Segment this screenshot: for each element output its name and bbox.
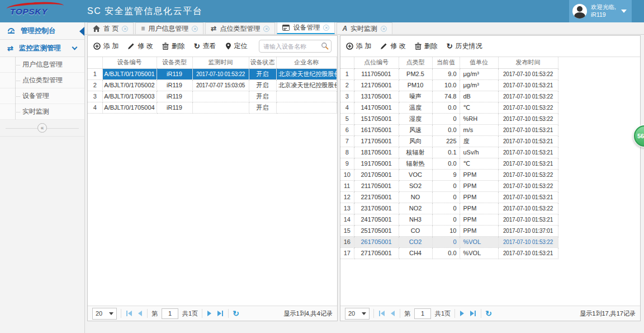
page-total: 共1页: [182, 309, 198, 318]
table-row[interactable]: 1111705001PM2.59.0μg/m³2017-07-10 01:53:…: [340, 68, 558, 79]
table-row[interactable]: 14241705001NH30PPM2017-07-10 01:53:21: [340, 214, 558, 225]
tab-label: 用户信息管理: [148, 24, 188, 34]
column-header[interactable]: 监测时间: [192, 57, 249, 68]
last-page-button[interactable]: [469, 311, 477, 316]
table-row[interactable]: 17271705001CH40.0%VOL2017-07-10 01:53:21: [340, 247, 558, 259]
page-title: SC 安全监管信息化云平台: [87, 6, 202, 17]
column-header[interactable]: [340, 57, 354, 68]
column-header[interactable]: [88, 57, 102, 68]
delete-button[interactable]: 删除: [162, 41, 185, 51]
edit-button[interactable]: 修 改: [127, 41, 153, 51]
cell: 2017-07-10 01:53:21: [498, 79, 558, 91]
cell: 风向: [399, 135, 432, 147]
close-icon[interactable]: ✕: [381, 26, 387, 32]
table-row[interactable]: 11211705001SO20PPM2017-07-10 01:53:22: [340, 180, 558, 191]
sidebar-item-console[interactable]: 管理控制台: [0, 22, 84, 40]
pencil-icon: [127, 43, 135, 50]
table-row[interactable]: 13231705001NO20PPM2017-07-10 01:53:22: [340, 203, 558, 214]
column-header[interactable]: 发布时间: [498, 57, 558, 68]
edit-button[interactable]: 修 改: [380, 41, 405, 51]
caret-down-icon: [621, 10, 627, 13]
sidebar-item-monitor-management[interactable]: ⇄ 监控监测管理: [0, 40, 84, 57]
sidebar-item-user-info[interactable]: 用户信息管理: [0, 57, 84, 73]
tab-home[interactable]: 首 页 ✕: [87, 22, 134, 34]
table-row[interactable]: 16261705001CO20%VOL2017-07-10 01:53:22: [340, 236, 558, 247]
prev-page-button[interactable]: [137, 311, 143, 316]
tab-realtime-monitor[interactable]: A 实时监测 ✕: [337, 22, 392, 34]
tab-point-type[interactable]: ⇄ 点位类型管理 ✕: [205, 22, 275, 34]
table-row[interactable]: 1A/BJLT/0/1705001iR1192017-07-10 01:53:2…: [88, 68, 337, 79]
collapse-icon[interactable]: «: [37, 123, 47, 133]
table-row[interactable]: 7171705001风向225度2017-07-10 01:53:21: [340, 135, 558, 147]
sidebar-item-label: 用户信息管理: [22, 60, 63, 69]
cell: 北京凌天世纪控股股份有限: [276, 79, 337, 91]
column-header[interactable]: 设备编号: [102, 57, 157, 68]
first-page-button[interactable]: [125, 311, 133, 316]
tab-user-info[interactable]: ≡ 用户信息管理 ✕: [135, 22, 203, 34]
view-button[interactable]: ↻ 查看: [194, 41, 216, 51]
device-panel: 添 加 修 改 删除 ↻ 查看: [87, 35, 338, 321]
reload-icon[interactable]: ↻: [485, 309, 492, 317]
page-size-select[interactable]: 20: [345, 308, 370, 320]
column-header[interactable]: 当前值: [432, 57, 460, 68]
table-row[interactable]: 12221705001NO0PPM2017-07-10 01:53:21: [340, 191, 558, 203]
table-row[interactable]: 15251705001CO10PPM2017-07-10 01:37:01: [340, 225, 558, 236]
cell: NO2: [399, 203, 432, 214]
last-page-button[interactable]: [216, 311, 224, 316]
cell: 161705001: [354, 124, 399, 135]
delete-button[interactable]: 删除: [415, 41, 438, 51]
table-row[interactable]: 4141705001温度0.0℃2017-07-10 01:53:22: [340, 102, 558, 113]
search-icon[interactable]: [321, 42, 329, 50]
tab-device-management[interactable]: 设备管理 ✕: [277, 22, 335, 34]
sidebar-item-label: 点位类型管理: [22, 76, 63, 85]
table-row[interactable]: 2A/BJLT/0/1705002iR1192017-07-07 15:03:0…: [88, 79, 337, 91]
next-page-button[interactable]: [459, 311, 465, 316]
column-header[interactable]: 设备状态: [249, 57, 276, 68]
cell: 9: [432, 169, 460, 180]
table-row[interactable]: 8181705001核辐射0.1uSv/h2017-07-10 01:53:21: [340, 147, 558, 158]
row-number: 6: [340, 124, 354, 135]
sidebar-collapse[interactable]: «: [0, 120, 84, 137]
user-menu[interactable]: 欢迎光临,iR119: [569, 0, 632, 22]
table-row[interactable]: 3131705001噪声74.8dB2017-07-10 01:53:22: [340, 91, 558, 102]
locate-button[interactable]: 定位: [225, 41, 248, 51]
record-summary: 显示1到17,共17记录: [580, 309, 636, 318]
cell: 0: [432, 113, 460, 124]
column-header[interactable]: 值单位: [460, 57, 498, 68]
table-row[interactable]: 10201705001VOC9PPM2017-07-10 01:53:22: [340, 169, 558, 180]
table-row[interactable]: 9191705001辐射热0.0℃2017-07-10 01:53:21: [340, 158, 558, 169]
add-button[interactable]: 添 加: [346, 41, 371, 51]
page-number-input[interactable]: [414, 308, 431, 319]
table-row[interactable]: 5151705001湿度0%RH2017-07-10 01:53:22: [340, 113, 558, 124]
add-button[interactable]: 添 加: [93, 41, 119, 51]
sidebar-item-realtime[interactable]: 实时监测: [0, 104, 84, 120]
column-header[interactable]: 设备类型: [157, 57, 192, 68]
page-size-select[interactable]: 20: [92, 308, 117, 320]
table-row[interactable]: 3A/BJLT/0/1705003iR119开启: [88, 91, 337, 102]
prev-page-button[interactable]: [390, 311, 396, 316]
history-button[interactable]: ↻ 历史情况: [447, 41, 482, 51]
sidebar-item-device[interactable]: 设备管理: [0, 88, 84, 104]
cell: CH4: [399, 247, 432, 259]
cell: 温度: [399, 102, 432, 113]
column-header[interactable]: 点位编号: [354, 57, 399, 68]
first-page-button[interactable]: [378, 311, 386, 316]
close-icon[interactable]: ✕: [122, 26, 128, 32]
sidebar-item-point-type[interactable]: 点位类型管理: [0, 73, 84, 88]
next-page-button[interactable]: [206, 311, 212, 316]
close-icon[interactable]: ✕: [192, 26, 198, 32]
table-row[interactable]: 4A/BJLT/0/1705004iR119开启: [88, 102, 337, 113]
close-icon[interactable]: ✕: [263, 26, 269, 32]
table-row[interactable]: 2121705001PM1010.0μg/m³2017-07-10 01:53:…: [340, 79, 558, 91]
swap-icon: ⇄: [211, 25, 216, 32]
trash-icon: [162, 43, 169, 50]
table-row[interactable]: 6161705001风速0.0m/s2017-07-10 01:53:21: [340, 124, 558, 135]
page-number-input[interactable]: [162, 308, 178, 319]
reload-icon[interactable]: ↻: [233, 309, 239, 317]
column-header[interactable]: 点类型: [399, 57, 432, 68]
cell: μg/m³: [460, 79, 498, 91]
cell: 0: [432, 236, 460, 247]
close-icon[interactable]: ✕: [323, 25, 329, 31]
column-header[interactable]: 企业名称: [276, 57, 337, 68]
cell: A/BJLT/0/1705001: [102, 68, 157, 79]
